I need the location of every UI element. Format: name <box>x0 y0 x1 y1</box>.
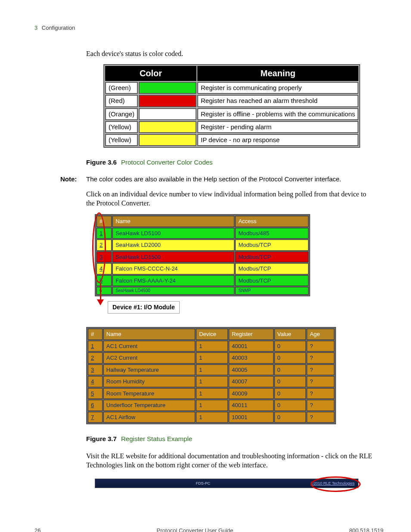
device-screenshot-table: # Name Access 1SeaHawk LD5100Modbus/4852… <box>95 214 310 296</box>
reg-col-name: Name <box>103 329 195 340</box>
partial-row-idx: 6 <box>97 287 112 295</box>
register-row-device: 1 <box>196 412 228 423</box>
register-row-register: 40005 <box>229 364 274 376</box>
register-row-value: 0 <box>274 388 306 399</box>
register-row-device: 1 <box>196 400 228 411</box>
register-row-name: Room Temperature <box>103 388 195 399</box>
chapter-number: 3 <box>34 25 37 31</box>
web-footer-bar: FDS-PC ©2010 RLE Technologies <box>95 479 358 488</box>
figure-title: Protocol Converter Color Codes <box>121 159 213 166</box>
reg-col-register: Register <box>229 329 274 340</box>
callout-oval-icon <box>92 212 106 283</box>
register-row-value: 0 <box>274 341 306 352</box>
register-row-device: 1 <box>196 352 228 364</box>
register-row-value: 0 <box>274 364 306 376</box>
color-header: Color <box>105 66 196 81</box>
register-row-idx[interactable]: 4 <box>88 376 103 387</box>
reg-col-device: Device <box>196 329 228 340</box>
register-row-device: 1 <box>196 388 228 399</box>
register-row-idx[interactable]: 3 <box>88 364 103 376</box>
register-row-value: 0 <box>274 412 306 423</box>
color-label: (Green) <box>105 82 138 94</box>
register-row-idx[interactable]: 7 <box>88 412 103 423</box>
footer-title: Protocol Converter User Guide <box>40 527 349 532</box>
footer-phone: 800.518.1519 <box>349 527 383 532</box>
figure-label: Figure 3.6 <box>86 159 117 166</box>
color-swatch <box>139 134 196 146</box>
register-row-name: Hallway Temperature <box>103 364 195 376</box>
col-name: Name <box>112 216 234 227</box>
note-block: Note: The color codes are also available… <box>34 175 383 184</box>
register-row-register: 40001 <box>229 341 274 352</box>
register-row-name: Underfloor Temperature <box>103 400 195 411</box>
register-row-name: AC1 Current <box>103 341 195 352</box>
register-row-name: AC2 Current <box>103 352 195 364</box>
breadcrumb: 3 Configuration <box>34 24 383 32</box>
device-row-access: Modbus/485 <box>235 228 308 239</box>
device-row-name: Falcon FMS-AAAA-Y-24 <box>112 275 234 286</box>
figure-3-6-caption: Figure 3.6 Protocol Converter Color Code… <box>86 158 375 167</box>
note-text: The color codes are also available in th… <box>86 175 383 184</box>
intro-paragraph: Each device's status is color coded. <box>86 49 375 59</box>
reg-col-num: # <box>88 329 103 340</box>
figure-3-7-caption: Figure 3.7 Register Status Example <box>86 435 375 443</box>
web-footer-center: FDS-PC <box>196 481 210 486</box>
color-swatch <box>139 82 196 94</box>
paragraph-2: Click on an individual device number to … <box>86 190 375 208</box>
register-row-age: ? <box>307 364 334 376</box>
paragraph-3: Visit the RLE website for additional doc… <box>86 451 375 470</box>
register-row-device: 1 <box>196 341 228 352</box>
register-row-age: ? <box>307 412 334 423</box>
register-row-register: 40011 <box>229 400 274 411</box>
color-label: (Orange) <box>105 108 138 120</box>
page-footer: 26 Protocol Converter User Guide 800.518… <box>34 527 383 532</box>
reg-col-value: Value <box>274 329 306 340</box>
page-number: 26 <box>34 527 40 532</box>
color-meaning: Register - pending alarm <box>197 121 358 133</box>
register-row-value: 0 <box>274 400 306 411</box>
partial-row-name: SeaHawk LD4500 <box>112 287 234 295</box>
col-access: Access <box>235 216 308 227</box>
color-swatch <box>139 121 196 133</box>
device-row-name: SeaHawk LD5100 <box>112 228 234 239</box>
figure-label: Figure 3.7 <box>86 435 117 442</box>
device-callout-label: Device #1: I/O Module <box>108 301 180 314</box>
color-code-table: Color Meaning (Green)Register is communi… <box>103 64 360 148</box>
register-row-age: ? <box>307 400 334 411</box>
register-row-register: 40003 <box>229 352 274 364</box>
callout-arrow-tip-icon <box>97 299 104 305</box>
register-screenshot-table: # Name Device Register Value Age 1AC1 Cu… <box>86 327 336 424</box>
note-label: Note: <box>60 175 86 184</box>
color-label: (Yellow) <box>105 121 138 133</box>
register-row-idx[interactable]: 1 <box>88 341 103 352</box>
color-label: (Red) <box>105 95 138 107</box>
register-row-value: 0 <box>274 376 306 387</box>
register-row-name: AC1 Airflow <box>103 412 195 423</box>
device-row-name: SeaHawk LD1500 <box>112 252 234 263</box>
partial-row-access: SNMP <box>235 287 308 295</box>
color-meaning: Register is offline - problems with the … <box>197 108 358 120</box>
callout-oval-icon <box>311 476 361 492</box>
device-row-access: Modbus/TCP <box>235 240 308 251</box>
reg-col-age: Age <box>307 329 334 340</box>
register-row-age: ? <box>307 376 334 387</box>
register-row-register: 10001 <box>229 412 274 423</box>
device-row-access: Modbus/TCP <box>235 263 308 274</box>
device-row-name: SeaHawk LD2000 <box>112 240 234 251</box>
register-row-age: ? <box>307 352 334 364</box>
register-row-idx[interactable]: 6 <box>88 400 103 411</box>
color-swatch <box>139 95 196 107</box>
register-row-register: 40009 <box>229 388 274 399</box>
device-row-access: Modbus/TCP <box>235 252 308 263</box>
register-row-value: 0 <box>274 352 306 364</box>
register-row-idx[interactable]: 2 <box>88 352 103 364</box>
register-row-name: Room Humidity <box>103 376 195 387</box>
register-row-age: ? <box>307 388 334 399</box>
register-row-idx[interactable]: 5 <box>88 388 103 399</box>
color-meaning: IP device - no arp response <box>197 134 358 146</box>
color-label: (Yellow) <box>105 134 138 146</box>
register-row-device: 1 <box>196 376 228 387</box>
register-row-register: 40007 <box>229 376 274 387</box>
device-row-name: Falcon FMS-CCCC-N-24 <box>112 263 234 274</box>
color-meaning: Register is communicating properly <box>197 82 358 94</box>
